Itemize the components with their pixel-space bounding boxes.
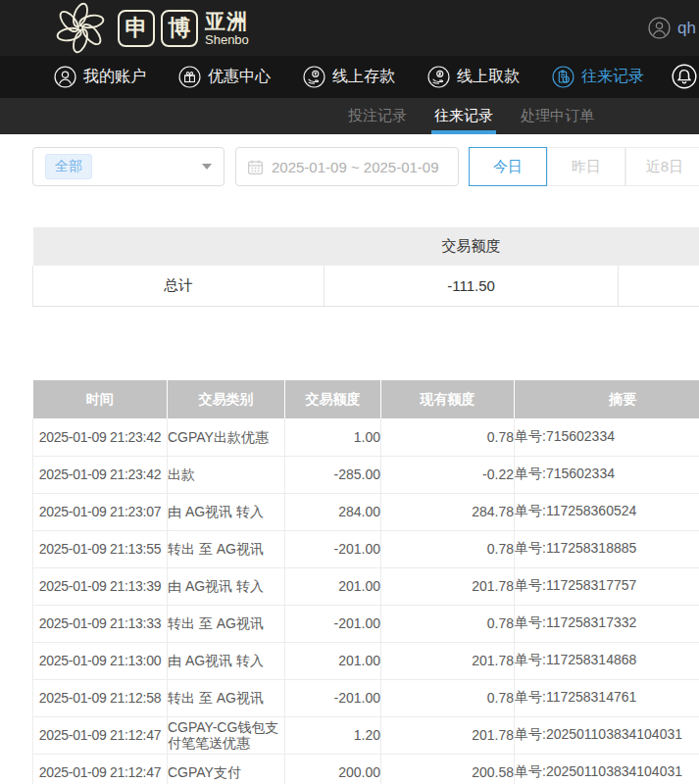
calendar-icon <box>247 159 264 175</box>
cell-remark: 单号:117258317332 <box>515 605 699 642</box>
records-subtabs: 投注记录往来记录处理中订单 <box>0 98 699 134</box>
summary-header-empty <box>33 227 325 266</box>
cell-balance: 201.78 <box>381 716 515 754</box>
cell-balance: 0.78 <box>381 605 515 642</box>
date-range-input[interactable]: 2025-01-09 ~ 2025-01-09 <box>235 147 459 186</box>
dropdown-caret-icon <box>202 164 212 170</box>
summary-total-label: 总计 <box>33 266 325 307</box>
logo-char-box: 申 <box>118 10 155 47</box>
cell-time: 2025-01-09 21:23:42 <box>33 456 168 493</box>
bell-icon[interactable] <box>672 64 697 89</box>
logo-char-box: 博 <box>161 10 198 47</box>
cell-remark: 单号:715602334 <box>515 456 699 493</box>
user-account-area[interactable]: qh <box>648 0 696 56</box>
cell-remark: 单号:117258314761 <box>515 679 699 716</box>
nav-item-promos[interactable]: 优惠中心 <box>178 66 271 88</box>
summary-header-empty <box>619 227 699 266</box>
logo-wordmark: 亚洲 Shenbo <box>205 11 249 46</box>
user-icon <box>54 66 76 88</box>
selected-type-chip: 全部 <box>45 154 92 179</box>
cell-balance: 0.78 <box>381 679 515 716</box>
transactions-table: 时间交易类别交易额度现有额度摘要 2025-01-09 21:23:42CGPA… <box>32 380 699 784</box>
table-row: 2025-01-09 21:12:47CGPAY支付200.00200.58单号… <box>33 754 699 784</box>
summary-header-amount: 交易额度 <box>325 227 619 266</box>
cell-remark: 单号:202501103834104031 <box>515 716 699 754</box>
cell-time: 2025-01-09 21:12:47 <box>33 716 168 754</box>
cell-balance: 201.78 <box>381 567 515 605</box>
user-avatar-icon <box>648 17 671 39</box>
table-row: 2025-01-09 21:13:00由 AG视讯 转入201.00201.78… <box>33 642 699 679</box>
cell-amount: 1.00 <box>285 418 381 456</box>
quick-range-today-button[interactable]: 今日 <box>469 147 547 186</box>
nav-item-label: 我的账户 <box>83 67 146 87</box>
logo-region-text: 亚洲 <box>205 11 249 31</box>
nav-item-account[interactable]: 我的账户 <box>54 66 146 88</box>
records-icon <box>552 66 574 88</box>
summary-empty-cell <box>619 266 699 307</box>
cell-balance: 0.78 <box>381 418 515 456</box>
cell-balance: 200.58 <box>381 754 515 784</box>
cell-type: 转出 至 AG视讯 <box>168 679 285 716</box>
summary-table: 交易额度 总计 -111.50 <box>32 227 699 307</box>
table-row: 2025-01-09 21:12:47CGPAY-CG钱包支付笔笔送优惠1.20… <box>33 716 699 754</box>
table-row: 2025-01-09 21:12:58转出 至 AG视讯-201.000.78单… <box>33 679 699 716</box>
brand-logo[interactable]: 申 博 亚洲 Shenbo <box>49 0 249 56</box>
cell-type: 转出 至 AG视讯 <box>168 605 285 642</box>
cell-time: 2025-01-09 21:13:00 <box>33 642 168 679</box>
cell-amount: 284.00 <box>285 493 381 530</box>
cell-time: 2025-01-09 21:23:42 <box>33 418 168 456</box>
nav-item-label: 优惠中心 <box>208 67 271 87</box>
logo-char-1: 申 <box>125 13 148 43</box>
column-header: 现有额度 <box>381 380 515 418</box>
table-row: 2025-01-09 21:13:39由 AG视讯 转入201.00201.78… <box>33 567 699 605</box>
cell-remark: 单号:117258360524 <box>515 493 699 530</box>
cell-time: 2025-01-09 21:12:58 <box>33 679 168 716</box>
tab-transfers[interactable]: 往来记录 <box>434 98 493 134</box>
tab-processing[interactable]: 处理中订单 <box>521 98 594 134</box>
cell-time: 2025-01-09 21:13:39 <box>33 567 168 605</box>
cell-type: 出款 <box>168 456 285 493</box>
cell-amount: -285.00 <box>285 456 381 493</box>
cell-type: CGPAY-CG钱包支付笔笔送优惠 <box>168 716 285 754</box>
quick-range-last8days-button[interactable]: 近8日 <box>625 147 699 186</box>
column-header: 交易额度 <box>285 380 381 418</box>
column-header: 摘要 <box>515 380 699 418</box>
logo-subtitle-text: Shenbo <box>205 33 249 46</box>
gift-icon <box>178 66 201 88</box>
cell-balance: 201.78 <box>381 642 515 679</box>
cell-amount: 201.00 <box>285 567 381 605</box>
deposit-icon <box>303 66 325 88</box>
cell-balance: -0.22 <box>381 456 515 493</box>
summary-total-row: 总计 -111.50 <box>33 266 699 307</box>
column-header: 时间 <box>33 380 168 418</box>
tab-betting[interactable]: 投注记录 <box>348 98 407 134</box>
cell-type: CGPAY出款优惠 <box>168 418 285 456</box>
nav-item-deposit[interactable]: 线上存款 <box>303 66 395 88</box>
nav-item-records[interactable]: 往来记录 <box>552 66 644 88</box>
withdraw-icon <box>427 66 450 88</box>
cell-remark: 单号:117258314868 <box>515 642 699 679</box>
cell-balance: 284.78 <box>381 493 515 530</box>
cell-time: 2025-01-09 21:12:47 <box>33 754 168 784</box>
table-row: 2025-01-09 21:23:42CGPAY出款优惠1.000.78单号:7… <box>33 418 699 456</box>
nav-item-label: 往来记录 <box>581 67 644 87</box>
nav-item-label: 线上存款 <box>332 67 395 87</box>
transactions-page: { "colors": { "accent_blue": "#3f9fdd", … <box>0 0 699 784</box>
date-range-value: 2025-01-09 ~ 2025-01-09 <box>272 159 439 175</box>
table-row: 2025-01-09 21:23:42出款-285.00-0.22单号:7156… <box>33 456 699 493</box>
cell-remark: 单号:202501103834104031 <box>515 754 699 784</box>
summary-total-value: -111.50 <box>325 266 619 307</box>
cell-amount: 201.00 <box>285 642 381 679</box>
table-row: 2025-01-09 21:13:55转出 至 AG视讯-201.000.78单… <box>33 530 699 567</box>
cell-time: 2025-01-09 21:13:33 <box>33 605 168 642</box>
main-navbar: 我的账户优惠中心线上存款线上取款往来记录 <box>0 56 699 98</box>
quick-range-yesterday-button[interactable]: 昨日 <box>547 147 625 186</box>
nav-item-withdraw[interactable]: 线上取款 <box>427 66 520 88</box>
cell-type: 由 AG视讯 转入 <box>168 642 285 679</box>
transaction-type-dropdown[interactable]: 全部 <box>32 147 225 186</box>
cell-type: 由 AG视讯 转入 <box>168 493 285 530</box>
cell-balance: 0.78 <box>381 530 515 567</box>
cell-amount: -201.00 <box>285 605 381 642</box>
cell-type: 转出 至 AG视讯 <box>168 530 285 567</box>
flower-logo-icon <box>49 1 112 55</box>
